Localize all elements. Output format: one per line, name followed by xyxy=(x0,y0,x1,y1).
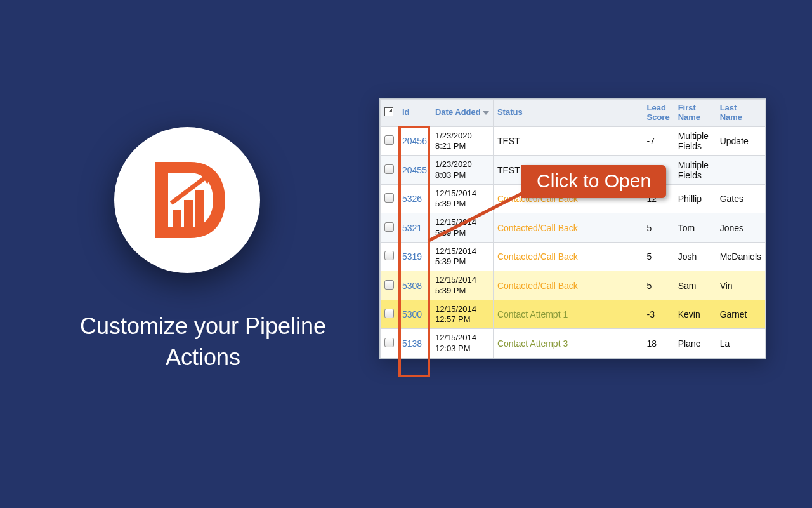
row-id-cell: 20455 xyxy=(398,156,431,185)
leads-table-card: Id Date Added Status Lead Score First Na… xyxy=(379,98,766,359)
lead-id-link[interactable]: 20456 xyxy=(402,136,427,146)
row-date-cell: 12/15/2014 12:03 PM xyxy=(431,329,493,358)
row-checkbox[interactable] xyxy=(384,135,394,145)
row-checkbox[interactable] xyxy=(384,280,394,290)
table-row: 530812/15/2014 5:39 PMContacted/Call Bac… xyxy=(381,271,766,300)
row-first-name-cell: Plane xyxy=(674,329,716,358)
svg-rect-1 xyxy=(184,200,193,229)
lead-id-link[interactable]: 5319 xyxy=(402,251,422,262)
row-date-cell: 1/23/2020 8:21 PM xyxy=(431,126,493,156)
lead-id-link[interactable]: 5308 xyxy=(402,281,422,291)
table-row: 513812/15/2014 12:03 PMContact Attempt 3… xyxy=(381,329,766,358)
row-last-name-cell: Gates xyxy=(716,184,765,213)
row-first-name-cell: Phillip xyxy=(674,184,716,213)
row-first-name-cell: Multiple Fields xyxy=(674,156,716,185)
col-header-edit[interactable] xyxy=(381,100,398,127)
click-to-open-callout: Click to Open xyxy=(521,165,666,198)
row-checkbox-cell xyxy=(381,242,398,271)
lead-id-link[interactable]: 5138 xyxy=(402,338,422,349)
row-first-name-cell: Multiple Fields xyxy=(674,126,716,156)
row-last-name-cell: McDaniels xyxy=(716,242,765,271)
logo-icon xyxy=(140,152,235,248)
row-checkbox-cell xyxy=(381,300,398,329)
row-last-name-cell: Garnet xyxy=(716,300,765,329)
row-last-name-cell xyxy=(716,156,765,185)
row-status-cell: Contacted/Call Back xyxy=(493,271,643,300)
row-first-name-cell: Kevin xyxy=(674,300,716,329)
col-header-date-added[interactable]: Date Added xyxy=(431,100,493,127)
row-checkbox-cell xyxy=(381,213,398,243)
table-row: 531912/15/2014 5:39 PMContacted/Call Bac… xyxy=(381,242,766,271)
lead-id-link[interactable]: 5326 xyxy=(402,194,422,204)
tagline: Customize your Pipeline Actions xyxy=(76,311,330,373)
row-lead-score-cell: 5 xyxy=(643,213,674,243)
row-id-cell: 5308 xyxy=(398,271,431,300)
row-checkbox[interactable] xyxy=(384,251,394,260)
row-date-cell: 12/15/2014 5:39 PM xyxy=(431,184,493,213)
col-header-first-name[interactable]: First Name xyxy=(674,100,716,127)
table-row: 530012/15/2014 12:57 PMContact Attempt 1… xyxy=(381,300,766,329)
row-first-name-cell: Josh xyxy=(674,242,716,271)
row-date-cell: 12/15/2014 5:39 PM xyxy=(431,213,493,243)
pencil-icon xyxy=(384,107,393,116)
row-checkbox-cell xyxy=(381,329,398,358)
row-status-cell: Contact Attempt 1 xyxy=(493,300,643,329)
col-header-last-name[interactable]: Last Name xyxy=(716,100,765,127)
row-checkbox[interactable] xyxy=(384,222,394,232)
lead-id-link[interactable]: 5321 xyxy=(402,223,422,233)
row-id-cell: 5321 xyxy=(398,213,431,243)
col-header-id[interactable]: Id xyxy=(398,100,431,127)
svg-rect-2 xyxy=(195,190,204,229)
row-last-name-cell: Jones xyxy=(716,213,765,243)
row-lead-score-cell: -3 xyxy=(643,300,674,329)
col-header-lead-score[interactable]: Lead Score xyxy=(643,100,674,127)
table-row: 204561/23/2020 8:21 PMTEST-7Multiple Fie… xyxy=(381,126,766,156)
row-last-name-cell: Vin xyxy=(716,271,765,300)
row-first-name-cell: Sam xyxy=(674,271,716,300)
row-id-cell: 5300 xyxy=(398,300,431,329)
row-checkbox[interactable] xyxy=(384,164,394,174)
row-checkbox-cell xyxy=(381,271,398,300)
row-checkbox[interactable] xyxy=(384,309,394,318)
row-checkbox-cell xyxy=(381,184,398,213)
table-row: 532112/15/2014 5:39 PMContacted/Call Bac… xyxy=(381,213,766,243)
sort-desc-icon xyxy=(483,111,489,115)
row-status-cell: Contact Attempt 3 xyxy=(493,329,643,358)
row-status-cell: Contacted/Call Back xyxy=(493,213,643,243)
row-checkbox[interactable] xyxy=(384,193,394,203)
row-status-cell: Contacted/Call Back xyxy=(493,242,643,271)
row-lead-score-cell: 5 xyxy=(643,271,674,300)
row-checkbox[interactable] xyxy=(384,338,394,347)
row-id-cell: 20456 xyxy=(398,126,431,156)
row-date-cell: 12/15/2014 5:39 PM xyxy=(431,271,493,300)
lead-id-link[interactable]: 5300 xyxy=(402,309,422,319)
lead-id-link[interactable]: 20455 xyxy=(402,165,427,175)
row-first-name-cell: Tom xyxy=(674,213,716,243)
row-date-cell: 12/15/2014 5:39 PM xyxy=(431,242,493,271)
row-date-cell: 1/23/2020 8:03 PM xyxy=(431,156,493,185)
row-lead-score-cell: -7 xyxy=(643,126,674,156)
row-status-cell: TEST xyxy=(493,126,643,156)
row-last-name-cell: La xyxy=(716,329,765,358)
leads-table: Id Date Added Status Lead Score First Na… xyxy=(380,99,766,358)
row-checkbox-cell xyxy=(381,126,398,156)
row-lead-score-cell: 5 xyxy=(643,242,674,271)
row-last-name-cell: Update xyxy=(716,126,765,156)
row-id-cell: 5138 xyxy=(398,329,431,358)
row-date-cell: 12/15/2014 12:57 PM xyxy=(431,300,493,329)
row-id-cell: 5319 xyxy=(398,242,431,271)
brand-logo xyxy=(114,127,260,273)
svg-rect-0 xyxy=(173,210,181,229)
row-id-cell: 5326 xyxy=(398,184,431,213)
col-header-status[interactable]: Status xyxy=(493,100,643,127)
row-lead-score-cell: 18 xyxy=(643,329,674,358)
row-checkbox-cell xyxy=(381,156,398,185)
